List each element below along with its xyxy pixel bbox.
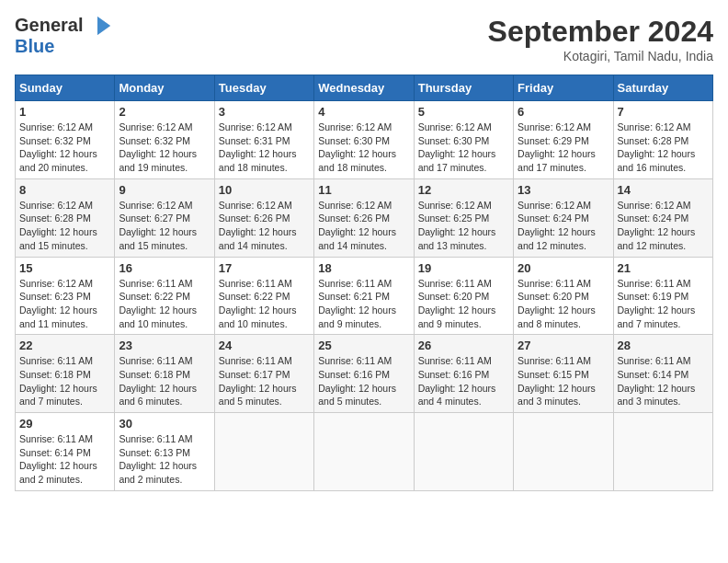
calendar-cell: 21Sunrise: 6:11 AMSunset: 6:19 PMDayligh… — [613, 257, 712, 335]
calendar-cell: 7Sunrise: 6:12 AMSunset: 6:28 PMDaylight… — [613, 101, 712, 179]
calendar-cell: 12Sunrise: 6:12 AMSunset: 6:25 PMDayligh… — [414, 178, 513, 257]
day-info: Sunrise: 6:11 AMSunset: 6:14 PMDaylight:… — [618, 354, 709, 408]
day-number: 2 — [119, 105, 210, 119]
day-info: Sunrise: 6:11 AMSunset: 6:21 PMDaylight:… — [318, 277, 409, 331]
calendar-cell: 2Sunrise: 6:12 AMSunset: 6:32 PMDaylight… — [115, 101, 214, 179]
month-title: September 2024 — [488, 15, 713, 49]
day-header-friday: Friday — [514, 75, 613, 101]
calendar-cell — [613, 413, 712, 491]
day-info: Sunrise: 6:12 AMSunset: 6:28 PMDaylight:… — [19, 199, 110, 253]
calendar-cell: 17Sunrise: 6:11 AMSunset: 6:22 PMDayligh… — [214, 257, 313, 335]
day-number: 24 — [219, 339, 310, 352]
day-info: Sunrise: 6:12 AMSunset: 6:26 PMDaylight:… — [219, 199, 310, 253]
day-info: Sunrise: 6:12 AMSunset: 6:30 PMDaylight:… — [318, 121, 409, 175]
calendar-cell: 10Sunrise: 6:12 AMSunset: 6:26 PMDayligh… — [214, 178, 313, 257]
calendar-cell: 29Sunrise: 6:11 AMSunset: 6:14 PMDayligh… — [16, 413, 115, 491]
day-info: Sunrise: 6:11 AMSunset: 6:18 PMDaylight:… — [119, 354, 210, 408]
day-number: 13 — [518, 183, 609, 197]
day-number: 9 — [119, 183, 210, 197]
logo-icon — [85, 17, 110, 35]
calendar-cell: 5Sunrise: 6:12 AMSunset: 6:30 PMDaylight… — [414, 101, 513, 179]
calendar-cell — [514, 413, 613, 491]
day-info: Sunrise: 6:11 AMSunset: 6:17 PMDaylight:… — [219, 354, 310, 408]
calendar-cell: 1Sunrise: 6:12 AMSunset: 6:32 PMDaylight… — [16, 101, 115, 179]
calendar-cell: 19Sunrise: 6:11 AMSunset: 6:20 PMDayligh… — [414, 257, 513, 335]
calendar-table: SundayMondayTuesdayWednesdayThursdayFrid… — [15, 75, 713, 491]
day-header-thursday: Thursday — [414, 75, 513, 101]
day-header-sunday: Sunday — [16, 75, 115, 101]
day-number: 1 — [19, 105, 110, 119]
calendar-week-5: 29Sunrise: 6:11 AMSunset: 6:14 PMDayligh… — [16, 413, 713, 491]
day-number: 12 — [418, 183, 509, 197]
day-info: Sunrise: 6:12 AMSunset: 6:29 PMDaylight:… — [518, 121, 609, 175]
calendar-cell: 24Sunrise: 6:11 AMSunset: 6:17 PMDayligh… — [214, 335, 313, 413]
day-header-monday: Monday — [115, 75, 214, 101]
day-info: Sunrise: 6:11 AMSunset: 6:13 PMDaylight:… — [119, 432, 210, 487]
day-info: Sunrise: 6:11 AMSunset: 6:16 PMDaylight:… — [318, 354, 409, 408]
day-info: Sunrise: 6:11 AMSunset: 6:22 PMDaylight:… — [219, 277, 310, 331]
day-number: 25 — [318, 339, 409, 352]
day-number: 26 — [418, 339, 509, 352]
day-number: 21 — [618, 261, 709, 275]
calendar-cell: 18Sunrise: 6:11 AMSunset: 6:21 PMDayligh… — [314, 257, 414, 335]
calendar-cell — [314, 413, 414, 491]
day-info: Sunrise: 6:11 AMSunset: 6:16 PMDaylight:… — [418, 354, 509, 408]
day-number: 5 — [418, 105, 509, 119]
day-number: 28 — [618, 339, 709, 352]
day-number: 11 — [318, 183, 409, 197]
day-number: 10 — [219, 183, 310, 197]
svg-marker-1 — [97, 17, 110, 35]
calendar-cell: 28Sunrise: 6:11 AMSunset: 6:14 PMDayligh… — [613, 335, 712, 413]
day-info: Sunrise: 6:12 AMSunset: 6:24 PMDaylight:… — [618, 199, 709, 253]
day-number: 22 — [19, 339, 110, 352]
day-number: 17 — [219, 261, 310, 275]
calendar-cell: 23Sunrise: 6:11 AMSunset: 6:18 PMDayligh… — [115, 335, 214, 413]
day-info: Sunrise: 6:12 AMSunset: 6:25 PMDaylight:… — [418, 199, 509, 253]
day-header-wednesday: Wednesday — [314, 75, 414, 101]
calendar-cell: 30Sunrise: 6:11 AMSunset: 6:13 PMDayligh… — [115, 413, 214, 491]
calendar-cell: 13Sunrise: 6:12 AMSunset: 6:24 PMDayligh… — [514, 178, 613, 257]
day-info: Sunrise: 6:12 AMSunset: 6:24 PMDaylight:… — [518, 199, 609, 253]
day-number: 8 — [19, 183, 110, 197]
day-header-saturday: Saturday — [613, 75, 712, 101]
location: Kotagiri, Tamil Nadu, India — [488, 49, 713, 63]
calendar-week-3: 15Sunrise: 6:12 AMSunset: 6:23 PMDayligh… — [16, 257, 713, 335]
day-info: Sunrise: 6:11 AMSunset: 6:18 PMDaylight:… — [19, 354, 110, 408]
calendar-cell: 6Sunrise: 6:12 AMSunset: 6:29 PMDaylight… — [514, 101, 613, 179]
calendar-cell: 15Sunrise: 6:12 AMSunset: 6:23 PMDayligh… — [16, 257, 115, 335]
day-number: 6 — [518, 105, 609, 119]
calendar-cell: 26Sunrise: 6:11 AMSunset: 6:16 PMDayligh… — [414, 335, 513, 413]
day-info: Sunrise: 6:12 AMSunset: 6:26 PMDaylight:… — [318, 199, 409, 253]
day-info: Sunrise: 6:12 AMSunset: 6:28 PMDaylight:… — [618, 121, 709, 175]
day-info: Sunrise: 6:11 AMSunset: 6:20 PMDaylight:… — [518, 277, 609, 331]
title-block: September 2024 Kotagiri, Tamil Nadu, Ind… — [488, 15, 713, 63]
day-number: 20 — [518, 261, 609, 275]
day-number: 30 — [119, 417, 210, 431]
calendar-week-1: 1Sunrise: 6:12 AMSunset: 6:32 PMDaylight… — [16, 101, 713, 179]
day-number: 29 — [19, 417, 110, 431]
calendar-week-4: 22Sunrise: 6:11 AMSunset: 6:18 PMDayligh… — [16, 335, 713, 413]
day-number: 7 — [618, 105, 709, 119]
day-number: 23 — [119, 339, 210, 352]
calendar-cell: 9Sunrise: 6:12 AMSunset: 6:27 PMDaylight… — [115, 178, 214, 257]
calendar-cell: 27Sunrise: 6:11 AMSunset: 6:15 PMDayligh… — [514, 335, 613, 413]
day-info: Sunrise: 6:11 AMSunset: 6:14 PMDaylight:… — [19, 432, 110, 487]
day-info: Sunrise: 6:12 AMSunset: 6:31 PMDaylight:… — [219, 121, 310, 175]
calendar-cell: 14Sunrise: 6:12 AMSunset: 6:24 PMDayligh… — [613, 178, 712, 257]
day-number: 14 — [618, 183, 709, 197]
day-number: 18 — [318, 261, 409, 275]
day-info: Sunrise: 6:11 AMSunset: 6:22 PMDaylight:… — [119, 277, 210, 331]
calendar-cell: 4Sunrise: 6:12 AMSunset: 6:30 PMDaylight… — [314, 101, 414, 179]
day-number: 16 — [119, 261, 210, 275]
day-number: 4 — [318, 105, 409, 119]
page-header: General Blue September 2024 Kotagiri, Ta… — [15, 15, 713, 63]
day-info: Sunrise: 6:11 AMSunset: 6:20 PMDaylight:… — [418, 277, 509, 331]
day-info: Sunrise: 6:12 AMSunset: 6:23 PMDaylight:… — [19, 277, 110, 331]
logo-general-text: General — [15, 15, 83, 36]
day-info: Sunrise: 6:11 AMSunset: 6:15 PMDaylight:… — [518, 354, 609, 408]
calendar-cell: 20Sunrise: 6:11 AMSunset: 6:20 PMDayligh… — [514, 257, 613, 335]
calendar-week-2: 8Sunrise: 6:12 AMSunset: 6:28 PMDaylight… — [16, 178, 713, 257]
calendar-cell: 22Sunrise: 6:11 AMSunset: 6:18 PMDayligh… — [16, 335, 115, 413]
calendar-cell — [414, 413, 513, 491]
calendar-cell — [214, 413, 313, 491]
